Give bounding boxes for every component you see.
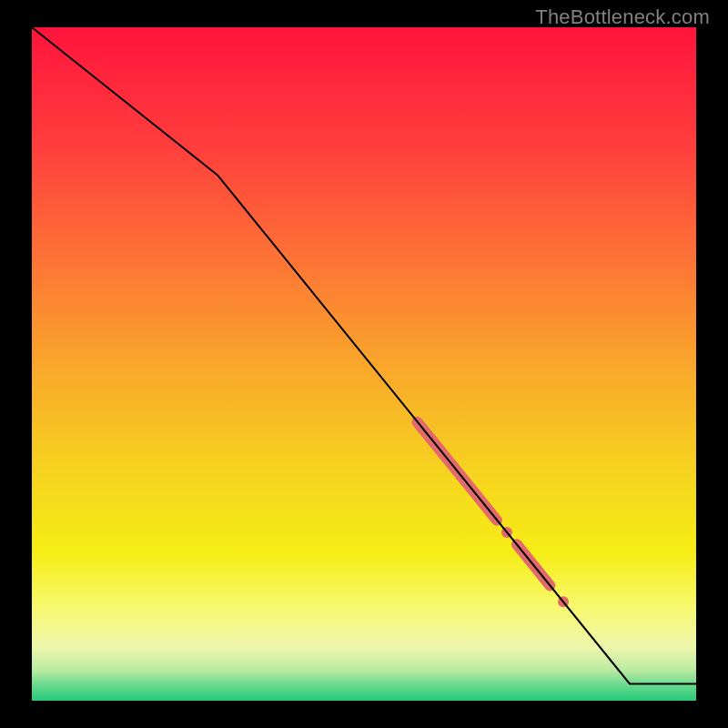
chart-stage: TheBottleneck.com — [0, 0, 728, 728]
plot-area — [32, 27, 696, 701]
line-layer — [32, 27, 696, 684]
watermark-label: TheBottleneck.com — [535, 5, 710, 29]
plot-overlay — [32, 27, 696, 701]
bottleneck-curve — [32, 27, 696, 684]
